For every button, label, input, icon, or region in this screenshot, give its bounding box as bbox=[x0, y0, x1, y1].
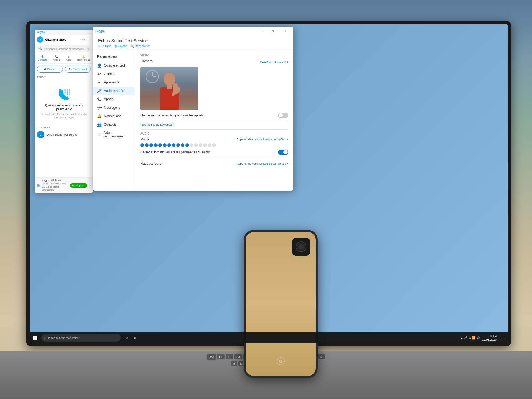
svg-rect-12 bbox=[33, 336, 35, 338]
win-controls: — □ × bbox=[254, 27, 291, 35]
compte-icon: 👤 bbox=[97, 63, 101, 68]
messagerie-icon: 💬 bbox=[97, 106, 101, 110]
meter-dot-16 bbox=[208, 143, 211, 147]
separator-1 bbox=[140, 129, 288, 130]
menu-contacts[interactable]: 👥 Contacts bbox=[93, 120, 135, 129]
audio-video-label: Audio et vidéo bbox=[104, 89, 124, 93]
audio-section-title: AUDIO bbox=[140, 132, 288, 135]
menu-general[interactable]: ⚙ Général bbox=[93, 70, 135, 78]
start-button[interactable] bbox=[30, 332, 40, 343]
background-room: Skype AB Antoine Barbey 45:00 ··· 🔍 Pers… bbox=[0, 0, 532, 399]
speaker-device-label: Appareil de communication par défaut bbox=[237, 162, 286, 165]
blur-toggle[interactable] bbox=[278, 113, 288, 118]
svg-point-2 bbox=[69, 89, 70, 91]
settings-content: VIDÉO Caméra DroidCam Source 3 ▾ bbox=[135, 50, 293, 191]
all-label: TOUS ∨ bbox=[35, 75, 93, 79]
skype-center-subtitle: Utilisez l'option Rechercher pour trouve… bbox=[39, 113, 89, 119]
contact-echo-name: Echo / Sound Test Service bbox=[46, 133, 77, 136]
contacts-label: Contacts bbox=[38, 59, 47, 61]
video-source-select[interactable]: DroidCam Source 3 ▾ bbox=[260, 60, 288, 64]
skype-search-bar[interactable]: 🔍 Personnes, groupes et messages ⊟ bbox=[37, 45, 91, 52]
search-taskbar-icon: ○ bbox=[44, 336, 46, 339]
skype-search-placeholder: Personnes, groupes et messages bbox=[44, 48, 84, 50]
appels-menu-icon: 📞 bbox=[97, 97, 101, 101]
task-view-button[interactable]: ⧉ bbox=[131, 334, 139, 342]
nav-contacts[interactable]: 👤 Contacts bbox=[37, 54, 48, 62]
speaker-device-select[interactable]: Appareil de communication par défaut ▾ bbox=[237, 162, 288, 165]
search-icon: 🔍 bbox=[39, 47, 43, 51]
menu-apparence[interactable]: ✦ Apparence bbox=[93, 78, 135, 87]
skype-user-row: AB Antoine Barbey 45:00 ··· bbox=[35, 35, 93, 44]
audio-meter bbox=[140, 143, 288, 147]
reunion-label: Réunion bbox=[48, 68, 56, 70]
cortana-button[interactable]: ○ bbox=[123, 334, 131, 342]
meter-dot-6 bbox=[163, 143, 167, 147]
settings-header: Echo / Sound Test Service ● En ligne ▦ G… bbox=[93, 35, 293, 50]
nouvel-appel-label: Nouvel appel bbox=[73, 68, 87, 70]
contacts-menu-icon: 👥 bbox=[97, 122, 101, 127]
skype-more-icon[interactable]: ··· bbox=[88, 37, 91, 42]
appels-label: Appels bbox=[53, 59, 60, 61]
aide-icon: ℹ bbox=[97, 132, 101, 137]
micro-device-label: Appareil de communication par défaut bbox=[237, 138, 286, 141]
taskbar-datetime: 16:53 19/03/2020 bbox=[482, 334, 497, 342]
svg-point-0 bbox=[64, 89, 66, 91]
skype-user-name: Antoine Barbey bbox=[45, 38, 66, 41]
essai-gratuit-button[interactable]: Essai gratuit bbox=[70, 183, 87, 188]
nav-apps[interactable]: ⊞ Apps bbox=[65, 54, 73, 62]
call-title: Echo / Sound Test Service bbox=[98, 39, 288, 43]
close-button[interactable]: × bbox=[279, 27, 291, 35]
reunion-button[interactable]: 📹 Réunion bbox=[37, 66, 63, 73]
auto-adjust-label: Régler automatiquement les paramètres du… bbox=[140, 150, 210, 154]
meter-dot-14 bbox=[199, 143, 202, 147]
menu-appels[interactable]: 📞 Appels bbox=[93, 95, 135, 103]
audio-video-icon: 🎤 bbox=[97, 89, 101, 93]
blur-label: Flouter mon arrière-plan pour tous les a… bbox=[140, 113, 203, 117]
menu-aide[interactable]: ℹ Aide et commentaires bbox=[93, 129, 135, 140]
camera-label: Caméra bbox=[140, 59, 153, 63]
key-amp: & bbox=[238, 361, 243, 366]
taskbar-search[interactable]: ○ Taper ici pour rechercher bbox=[41, 334, 121, 342]
video-source-row: Caméra DroidCam Source 3 ▾ bbox=[140, 59, 288, 65]
menu-audio-video[interactable]: 🎤 Audio et vidéo bbox=[93, 87, 135, 95]
speaker-row: Haut-parleurs Appareil de communication … bbox=[140, 162, 288, 165]
webcam-settings-link[interactable]: Paramètres de la webcam bbox=[140, 123, 288, 126]
contact-echo[interactable]: E Echo / Sound Test Service bbox=[37, 130, 91, 139]
nav-appels[interactable]: 📞 Appels bbox=[52, 54, 61, 62]
meter-dot-4 bbox=[154, 143, 158, 147]
windows-logo-icon bbox=[33, 336, 37, 340]
taskbar-date-value: 19/03/2020 bbox=[482, 338, 497, 341]
svg-point-4 bbox=[66, 91, 68, 93]
chevron-down-icon: ▾ bbox=[287, 60, 288, 64]
compte-label: Compte et profil bbox=[104, 64, 126, 67]
meter-dot-11 bbox=[185, 143, 189, 147]
reunion-icon: 📹 bbox=[44, 68, 46, 70]
nav-notifications[interactable]: 🔔 Notifications bbox=[76, 54, 91, 62]
key-f2: F2 bbox=[226, 354, 233, 359]
skype-ad-title: Skype-téléphone bbox=[42, 179, 68, 182]
ad-close-button[interactable]: × bbox=[89, 184, 91, 187]
skype-nav: 👤 Contacts 📞 Appels ⊞ Apps 🔔 bbox=[35, 53, 93, 64]
nouvel-appel-button[interactable]: 📞 Nouvel appel bbox=[65, 66, 91, 73]
status-online: ● En ligne bbox=[98, 44, 111, 48]
apparence-icon: ✦ bbox=[97, 80, 101, 84]
auto-adjust-row: Régler automatiquement les paramètres du… bbox=[140, 150, 288, 158]
skype-contacts-section: CONTACTS E Echo / Sound Test Service bbox=[35, 125, 93, 141]
toggle-knob bbox=[279, 113, 283, 117]
camera-preview bbox=[140, 67, 198, 110]
maximize-button[interactable]: □ bbox=[267, 27, 279, 35]
svg-rect-13 bbox=[35, 336, 37, 338]
menu-messagerie[interactable]: 💬 Messagerie bbox=[93, 103, 135, 112]
general-icon: ⚙ bbox=[97, 72, 101, 76]
menu-compte[interactable]: 👤 Compte et profil bbox=[93, 61, 135, 70]
auto-adjust-toggle[interactable] bbox=[278, 150, 288, 155]
key-at: @ bbox=[231, 361, 237, 366]
menu-notifications[interactable]: 🔔 Notifications bbox=[93, 112, 135, 120]
contact-echo-avatar: E bbox=[37, 131, 44, 138]
micro-device-select[interactable]: Appareil de communication par défaut ▾ bbox=[237, 137, 288, 141]
minimize-button[interactable]: — bbox=[254, 27, 267, 35]
apps-icon: ⊞ bbox=[68, 55, 70, 58]
general-label: Général bbox=[104, 72, 115, 76]
settings-window: Skype — □ × Echo / Sound Test Service ● … bbox=[93, 27, 293, 191]
notification-center-button[interactable]: □ bbox=[499, 335, 505, 341]
